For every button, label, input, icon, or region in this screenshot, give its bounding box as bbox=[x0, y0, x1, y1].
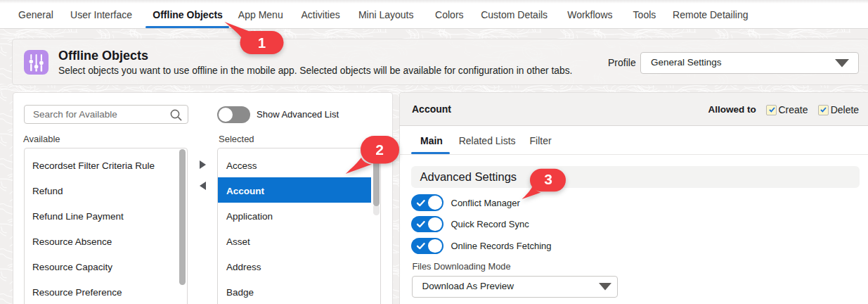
svg-text:1: 1 bbox=[258, 34, 266, 51]
svg-text:2: 2 bbox=[375, 141, 384, 158]
svg-text:3: 3 bbox=[544, 171, 552, 187]
